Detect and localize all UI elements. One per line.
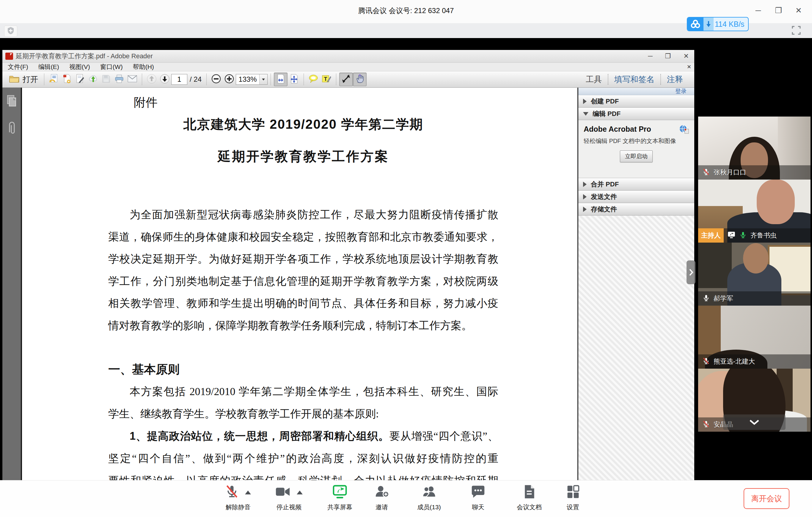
attachments-paperclip-icon[interactable] <box>6 120 18 137</box>
participant-name: 郝学军 <box>714 294 733 303</box>
pane-empty-area <box>578 216 694 480</box>
video-tile[interactable]: 张秋月口口 <box>698 117 811 179</box>
paragraph-line: 情对教育教学的影响，保障学期教育教学任务顺利完成，特制订本工作方案。 <box>108 318 498 333</box>
highlight-text-button[interactable]: T <box>320 73 333 86</box>
comment-tab[interactable]: 注释 <box>661 74 689 85</box>
mic-active-icon <box>739 231 747 240</box>
paragraph-line: 要性和紧迫性，以高度的政治责任感，科学谋划，全力以赴做好疫情防控和延期 <box>108 473 498 480</box>
paragraph-line: 学工作，分门别类地制定基于信息化管理的延期开学教育教学方案，对校院两级 <box>108 274 498 289</box>
tencent-meeting-window: 腾讯会议 会议号: 212 632 047 ─ ❐ ✕ <box>0 0 812 517</box>
arrow-up-icon <box>147 74 157 85</box>
meeting-docs-button[interactable]: 会议文档 <box>517 485 542 511</box>
reader-close-icon[interactable]: ✕ <box>684 52 689 60</box>
sign-in-link[interactable]: 登录 <box>675 87 687 95</box>
chat-bubble-icon <box>471 485 485 500</box>
document-page[interactable]: 附件 北京建筑大学 2019/2020 学年第二学期 延期开学教育教学工作方案 … <box>22 88 577 480</box>
video-tile[interactable]: 主持人 齐鲁书虫 <box>698 179 811 242</box>
video-tile[interactable]: 熊亚选-北建大 <box>698 306 811 369</box>
cloud-upload-button[interactable] <box>87 73 99 86</box>
promo-title: Adobe Acrobat Pro <box>584 125 689 134</box>
open-button[interactable]: 打开 <box>6 73 41 86</box>
sign-button[interactable] <box>74 73 87 86</box>
print-button[interactable] <box>113 73 126 86</box>
fill-sign-tab[interactable]: 填写和签名 <box>608 74 660 85</box>
tools-tab[interactable]: 工具 <box>580 74 608 85</box>
email-icon <box>127 75 137 84</box>
video-options-caret[interactable] <box>297 491 303 494</box>
zoom-dropdown-icon[interactable] <box>259 74 267 84</box>
zoom-level-select[interactable]: 133% <box>236 74 268 85</box>
fit-width-button[interactable] <box>274 73 288 86</box>
participant-name: 齐鲁书虫 <box>750 231 777 240</box>
pane-section-create-pdf[interactable]: 创建 PDF <box>578 95 694 108</box>
collapse-videos-button[interactable] <box>723 414 786 430</box>
video-tile[interactable]: 安晶晶 <box>698 369 811 432</box>
page-number-input[interactable] <box>172 75 187 84</box>
video-panel-toggle-button[interactable] <box>687 260 695 284</box>
launch-now-button[interactable]: 立即启动 <box>620 150 652 162</box>
menu-window[interactable]: 窗口(W) <box>100 63 123 71</box>
open-label: 打开 <box>23 74 38 85</box>
settings-button[interactable]: 设置 <box>566 485 580 511</box>
chevron-right-icon <box>583 182 587 187</box>
pane-section-combine-pdf[interactable]: 合并 PDF <box>578 178 694 191</box>
fullscreen-mode-button[interactable] <box>339 73 353 86</box>
paragraph-line: 本方案包括 2019/2010 学年第二学期全体学生，包括本科生、研究生、国际 <box>108 384 498 399</box>
next-page-button[interactable] <box>158 73 171 86</box>
chat-button[interactable]: 聊天 <box>471 485 485 511</box>
document-icon <box>523 485 536 500</box>
shield-plus-button[interactable] <box>4 26 17 37</box>
pane-section-edit-pdf[interactable]: 编辑 PDF <box>578 108 694 120</box>
reader-menubar: 文件(F) 编辑(E) 视图(V) 窗口(W) 帮助(H) ✕ <box>2 63 694 71</box>
minimize-icon[interactable]: ─ <box>753 5 763 16</box>
promo-description: 轻松编辑 PDF 文档中的文本和图像 <box>584 137 689 145</box>
network-speed-badge[interactable]: 114 KB/s <box>687 17 749 31</box>
export-button[interactable] <box>60 73 74 86</box>
convert-button[interactable] <box>47 73 60 86</box>
save-icon <box>102 74 111 84</box>
highlight-text-icon: T <box>321 74 331 85</box>
members-button[interactable]: 成员(13) <box>417 485 441 511</box>
comment-bubble-button[interactable] <box>307 73 320 86</box>
video-tile[interactable]: 郝学军 <box>698 242 811 306</box>
attachment-label: 附件 <box>134 94 157 111</box>
close-document-icon[interactable]: ✕ <box>687 64 691 70</box>
stop-video-button[interactable]: 停止视频 <box>275 485 303 511</box>
hand-tool-button[interactable] <box>353 73 367 86</box>
pane-section-send-files[interactable]: 发送文件 <box>578 191 694 203</box>
restore-icon[interactable]: ❐ <box>773 5 783 16</box>
mic-options-caret[interactable] <box>245 491 251 494</box>
zoom-in-button[interactable] <box>223 73 236 86</box>
zoom-in-icon <box>224 74 234 85</box>
paragraph-line: 1、提高政治站位，统一思想，周密部署和精心组织。要从增强“四个意识”、 <box>108 429 498 443</box>
save-button[interactable] <box>99 73 113 86</box>
prev-page-button[interactable] <box>145 73 158 86</box>
reader-restore-icon[interactable]: ❐ <box>665 52 671 60</box>
cloud-upload-icon <box>88 74 98 84</box>
fit-page-button[interactable] <box>288 73 300 86</box>
menu-edit[interactable]: 编辑(E) <box>38 63 59 71</box>
participant-video-panel: 张秋月口口 主持人 <box>698 117 811 432</box>
zoom-out-button[interactable] <box>210 73 223 86</box>
menu-view[interactable]: 视图(V) <box>69 63 90 71</box>
email-button[interactable] <box>126 73 139 86</box>
screen-share-icon <box>332 485 347 500</box>
leave-meeting-button[interactable]: 离开会议 <box>744 488 789 509</box>
paragraph-line: 相关教学管理、教师和学生提出明确的时间节点、具体任务和目标，努力减小疫 <box>108 296 498 311</box>
fullscreen-button[interactable] <box>790 25 802 37</box>
unmute-button[interactable]: 解除静音 <box>225 485 251 511</box>
menu-file[interactable]: 文件(F) <box>8 63 28 71</box>
reader-minimize-icon[interactable]: ─ <box>648 52 652 60</box>
invite-button[interactable]: 邀请 <box>375 485 389 511</box>
members-icon <box>422 485 436 500</box>
chevron-right-icon <box>583 99 587 104</box>
screen-sharing-icon <box>727 231 735 240</box>
reader-window-title: 延期开学教育教学工作方案.pdf - Adobe Reader <box>16 52 153 61</box>
close-icon[interactable]: ✕ <box>793 5 804 16</box>
pdf-file-icon <box>5 53 13 60</box>
fullscreen-icon <box>791 25 801 36</box>
page-thumbnails-icon[interactable] <box>6 94 18 109</box>
menu-help[interactable]: 帮助(H) <box>133 63 154 71</box>
share-screen-button[interactable]: 共享屏幕 <box>327 485 352 511</box>
pane-section-store-files[interactable]: 存储文件 <box>578 203 694 216</box>
